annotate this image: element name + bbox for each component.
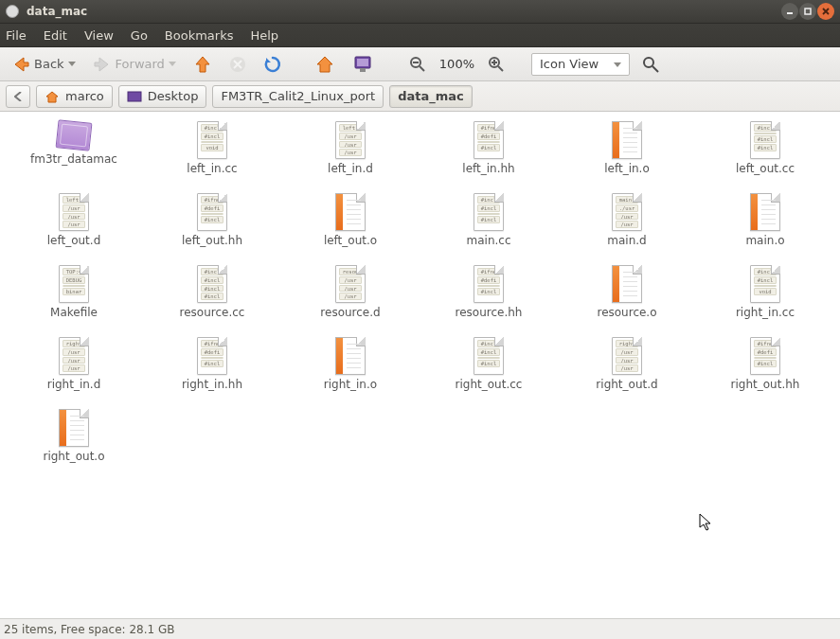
menu-help[interactable]: Help [250, 28, 278, 43]
path-segment-current[interactable]: data_mac [389, 85, 473, 108]
file-label: right_out.cc [456, 378, 523, 391]
file-item[interactable]: left_/usr/usr/usrleft_in.d [284, 119, 417, 191]
back-arrow-icon [11, 55, 30, 74]
file-item[interactable]: right_in.o [284, 335, 417, 407]
zoom-out-button[interactable] [403, 53, 432, 76]
text-file-icon: #ifnd#defi #incl [474, 265, 504, 303]
up-button[interactable] [188, 52, 218, 77]
chevron-down-icon [614, 62, 621, 67]
path-segment-project[interactable]: FM3TR_Calit2_Linux_port [212, 85, 384, 108]
object-file-icon [335, 337, 366, 375]
text-file-icon: #incl #incl#incl [750, 121, 780, 159]
path-back-button[interactable] [6, 85, 30, 108]
menu-edit[interactable]: Edit [44, 28, 67, 43]
menu-file[interactable]: File [6, 28, 27, 43]
search-icon [641, 55, 660, 74]
file-label: left_out.cc [736, 162, 795, 175]
file-item[interactable]: left_/usr/usr/usrleft_out.d [8, 191, 140, 263]
view-mode-select[interactable]: Icon View [531, 53, 630, 76]
file-label: left_out.hh [182, 234, 242, 247]
menu-bar: File Edit View Go Bookmarks Help [0, 23, 840, 47]
stop-icon [229, 56, 246, 73]
reload-button[interactable] [258, 52, 288, 77]
file-item[interactable]: resou/usr/usr/usrresource.d [284, 263, 417, 335]
file-item[interactable]: #incl #incl#inclleft_out.cc [699, 119, 831, 191]
file-item[interactable]: #incl#incl#incl#inclresource.cc [146, 263, 278, 335]
up-arrow-icon [193, 55, 212, 74]
file-item[interactable]: main.o [699, 191, 831, 263]
file-item[interactable]: #ifnd#defi #inclleft_in.hh [422, 119, 555, 191]
file-item[interactable]: #ifnd#defi #inclleft_out.hh [146, 191, 278, 263]
file-label: right_in.o [324, 378, 377, 391]
computer-button[interactable] [347, 51, 379, 78]
component-icon [56, 119, 93, 151]
stop-button[interactable] [223, 53, 252, 76]
object-file-icon [335, 193, 366, 231]
file-item[interactable]: right_out.o [8, 407, 140, 479]
file-item[interactable]: #incl#incl #inclright_out.cc [422, 335, 555, 407]
file-label: left_in.o [604, 162, 650, 175]
menu-view[interactable]: View [84, 28, 114, 43]
text-file-icon: left_/usr/usr/usr [59, 193, 89, 231]
file-label: Makefile [50, 306, 98, 319]
svg-point-13 [644, 58, 653, 67]
file-item[interactable]: #incl#incl #inclmain.cc [422, 191, 555, 263]
path-segment-label: FM3TR_Calit2_Linux_port [221, 89, 375, 103]
file-item[interactable]: #incl#incl voidright_in.cc [699, 263, 831, 335]
chevron-left-icon [14, 92, 22, 101]
file-item[interactable]: TOP:=DEBUG binarMakefile [8, 263, 140, 335]
close-button[interactable] [817, 3, 834, 20]
object-file-icon [612, 121, 642, 159]
file-label: resource.o [597, 306, 656, 319]
text-file-icon: #incl#incl #incl [474, 337, 504, 375]
chevron-down-icon[interactable] [169, 62, 176, 66]
file-item[interactable]: #ifnd#defi #inclright_out.hh [699, 335, 831, 407]
forward-button[interactable]: Forward [87, 52, 182, 77]
file-item[interactable]: right/usr/usr/usrright_in.d [8, 335, 140, 407]
file-item[interactable]: #ifnd#defi #inclright_in.hh [146, 335, 278, 407]
text-file-icon: TOP:=DEBUG binar [59, 265, 89, 303]
path-segment-label: Desktop [148, 89, 199, 103]
file-label: right_in.cc [736, 306, 795, 319]
location-bar: marco Desktop FM3TR_Calit2_Linux_port da… [0, 81, 840, 112]
file-item[interactable]: main../usr/usr/usrmain.d [561, 191, 693, 263]
path-segment-label: marco [65, 89, 104, 103]
minimize-button[interactable] [781, 3, 798, 20]
forward-arrow-icon [93, 55, 112, 74]
file-label: left_out.o [324, 234, 377, 247]
path-segment-desktop[interactable]: Desktop [118, 85, 207, 108]
file-item[interactable]: left_out.o [284, 191, 417, 263]
main-toolbar: Back Forward 100% Icon View [0, 47, 840, 81]
maximize-button[interactable] [799, 3, 816, 20]
file-item[interactable]: #incl#incl voidleft_in.cc [146, 119, 278, 191]
text-file-icon: left_/usr/usr/usr [335, 121, 366, 159]
home-button[interactable] [309, 51, 341, 78]
file-item[interactable]: right/usr/usr/usrright_out.d [561, 335, 693, 407]
file-label: left_out.d [47, 234, 101, 247]
file-item[interactable]: #ifnd#defi #inclresource.hh [422, 263, 555, 335]
back-button[interactable]: Back [6, 52, 81, 77]
object-file-icon [750, 193, 780, 231]
path-segment-home[interactable]: marco [36, 85, 113, 108]
file-item[interactable]: fm3tr_datamac [8, 119, 140, 191]
view-mode-label: Icon View [540, 57, 599, 71]
text-file-icon: resou/usr/usr/usr [335, 265, 366, 303]
text-file-icon: main../usr/usr/usr [612, 193, 642, 231]
menu-bookmarks[interactable]: Bookmarks [165, 28, 234, 43]
close-icon [821, 7, 831, 16]
file-label: main.o [745, 234, 784, 247]
text-file-icon: #ifnd#defi #incl [197, 337, 227, 375]
zoom-in-button[interactable] [482, 53, 510, 76]
svg-line-7 [420, 66, 424, 71]
file-item[interactable]: left_in.o [561, 119, 693, 191]
window-controls [781, 3, 834, 20]
back-label: Back [34, 57, 64, 71]
file-label: right_out.o [43, 450, 104, 463]
file-item[interactable]: resource.o [561, 263, 693, 335]
search-button[interactable] [635, 52, 666, 77]
reload-icon [263, 55, 282, 74]
chevron-down-icon[interactable] [68, 62, 76, 66]
file-icon-view[interactable]: fm3tr_datamac#incl#incl voidleft_in.ccle… [0, 112, 840, 618]
menu-go[interactable]: Go [131, 28, 148, 43]
text-file-icon: #ifnd#defi #incl [750, 337, 780, 375]
